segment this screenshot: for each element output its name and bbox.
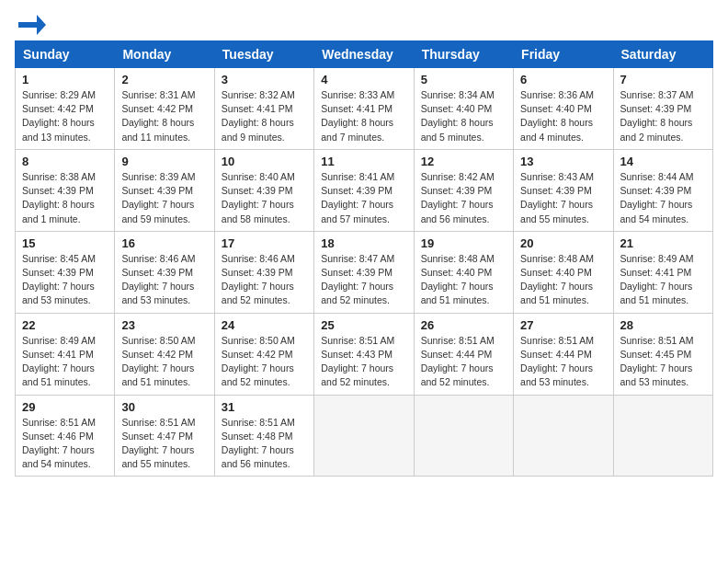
day-number: 29 [22,400,108,414]
sunset-label: Sunset: 4:41 PM [620,267,692,278]
sunrise-label: Sunrise: 8:48 AM [520,253,594,264]
sunrise-label: Sunrise: 8:49 AM [620,253,694,264]
day-number: 24 [222,318,307,332]
day-number: 7 [620,73,706,86]
calendar-cell [613,395,712,477]
day-detail: Sunrise: 8:51 AM Sunset: 4:46 PM Dayligh… [22,416,108,472]
daylight-label: Daylight: 7 hours and 52 minutes. [321,281,393,305]
sunset-label: Sunset: 4:42 PM [22,103,94,114]
day-detail: Sunrise: 8:39 AM Sunset: 4:39 PM Dayligh… [121,170,207,226]
calendar-cell: 9 Sunrise: 8:39 AM Sunset: 4:39 PM Dayli… [115,149,214,231]
daylight-label: Daylight: 8 hours and 5 minutes. [421,117,494,142]
day-detail: Sunrise: 8:49 AM Sunset: 4:41 PM Dayligh… [620,252,706,308]
sunrise-label: Sunrise: 8:47 AM [321,253,394,264]
day-detail: Sunrise: 8:48 AM Sunset: 4:40 PM Dayligh… [421,252,506,308]
day-detail: Sunrise: 8:37 AM Sunset: 4:39 PM Dayligh… [620,88,706,144]
daylight-label: Daylight: 7 hours and 53 minutes. [620,362,693,387]
weekday-header-monday: Monday [115,41,214,68]
weekday-header-sunday: Sunday [16,41,115,68]
day-detail: Sunrise: 8:46 AM Sunset: 4:39 PM Dayligh… [222,252,307,308]
sunrise-label: Sunrise: 8:40 AM [222,171,295,182]
sunrise-label: Sunrise: 8:51 AM [520,335,594,346]
calendar-cell: 8 Sunrise: 8:38 AM Sunset: 4:39 PM Dayli… [16,149,115,231]
day-detail: Sunrise: 8:51 AM Sunset: 4:43 PM Dayligh… [321,334,406,390]
sunrise-label: Sunrise: 8:50 AM [121,335,195,346]
day-number: 3 [222,73,307,86]
calendar-cell: 20 Sunrise: 8:48 AM Sunset: 4:40 PM Dayl… [514,231,613,313]
sunrise-label: Sunrise: 8:51 AM [421,335,495,346]
day-detail: Sunrise: 8:36 AM Sunset: 4:40 PM Dayligh… [520,88,606,144]
day-detail: Sunrise: 8:43 AM Sunset: 4:39 PM Dayligh… [520,170,606,226]
sunset-label: Sunset: 4:39 PM [620,103,692,114]
day-number: 5 [421,73,506,86]
daylight-label: Daylight: 7 hours and 55 minutes. [520,199,593,224]
daylight-label: Daylight: 7 hours and 53 minutes. [121,281,194,305]
sunset-label: Sunset: 4:39 PM [121,185,193,196]
sunrise-label: Sunrise: 8:51 AM [22,417,96,428]
sunset-label: Sunset: 4:39 PM [520,185,592,196]
calendar-cell: 29 Sunrise: 8:51 AM Sunset: 4:46 PM Dayl… [16,395,115,477]
sunset-label: Sunset: 4:41 PM [222,103,293,114]
daylight-label: Daylight: 7 hours and 55 minutes. [121,444,194,469]
sunrise-label: Sunrise: 8:37 AM [620,89,694,100]
calendar-cell: 30 Sunrise: 8:51 AM Sunset: 4:47 PM Dayl… [115,395,214,477]
daylight-label: Daylight: 7 hours and 56 minutes. [421,199,494,224]
weekday-header-saturday: Saturday [613,41,712,68]
day-number: 19 [421,236,506,250]
sunrise-label: Sunrise: 8:45 AM [22,253,96,264]
sunset-label: Sunset: 4:40 PM [520,267,592,278]
daylight-label: Daylight: 7 hours and 51 minutes. [421,281,494,305]
sunset-label: Sunset: 4:41 PM [321,103,392,114]
day-number: 25 [321,318,406,332]
calendar-cell: 16 Sunrise: 8:46 AM Sunset: 4:39 PM Dayl… [115,231,214,313]
daylight-label: Daylight: 7 hours and 54 minutes. [22,444,95,469]
daylight-label: Daylight: 8 hours and 7 minutes. [321,117,393,142]
sunrise-label: Sunrise: 8:29 AM [22,89,96,100]
calendar-week-2: 8 Sunrise: 8:38 AM Sunset: 4:39 PM Dayli… [16,149,713,231]
svg-marker-0 [18,15,46,35]
day-detail: Sunrise: 8:47 AM Sunset: 4:39 PM Dayligh… [321,252,406,308]
day-number: 27 [520,318,606,332]
sunset-label: Sunset: 4:40 PM [421,103,493,114]
calendar-cell: 22 Sunrise: 8:49 AM Sunset: 4:41 PM Dayl… [16,313,115,395]
day-number: 21 [620,236,706,250]
sunset-label: Sunset: 4:44 PM [520,349,592,360]
sunset-label: Sunset: 4:39 PM [22,267,94,278]
sunrise-label: Sunrise: 8:31 AM [121,89,195,100]
sunrise-label: Sunrise: 8:48 AM [421,253,495,264]
sunrise-label: Sunrise: 8:39 AM [121,171,195,182]
daylight-label: Daylight: 7 hours and 51 minutes. [620,281,693,305]
daylight-label: Daylight: 7 hours and 51 minutes. [121,362,194,387]
calendar-cell: 26 Sunrise: 8:51 AM Sunset: 4:44 PM Dayl… [414,313,513,395]
calendar-cell: 31 Sunrise: 8:51 AM Sunset: 4:48 PM Dayl… [214,395,313,477]
calendar-cell: 12 Sunrise: 8:42 AM Sunset: 4:39 PM Dayl… [414,149,513,231]
calendar-header: SundayMondayTuesdayWednesdayThursdayFrid… [16,41,713,68]
calendar-cell: 2 Sunrise: 8:31 AM Sunset: 4:42 PM Dayli… [115,68,214,150]
daylight-label: Daylight: 7 hours and 54 minutes. [620,199,693,224]
daylight-label: Daylight: 8 hours and 4 minutes. [520,117,593,142]
sunrise-label: Sunrise: 8:42 AM [421,171,495,182]
calendar-week-5: 29 Sunrise: 8:51 AM Sunset: 4:46 PM Dayl… [16,395,713,477]
day-detail: Sunrise: 8:51 AM Sunset: 4:47 PM Dayligh… [121,416,207,472]
weekday-header-thursday: Thursday [414,41,513,68]
daylight-label: Daylight: 7 hours and 58 minutes. [222,199,294,224]
daylight-label: Daylight: 7 hours and 51 minutes. [520,281,593,305]
calendar-cell: 23 Sunrise: 8:50 AM Sunset: 4:42 PM Dayl… [115,313,214,395]
day-detail: Sunrise: 8:32 AM Sunset: 4:41 PM Dayligh… [222,88,307,144]
calendar-week-3: 15 Sunrise: 8:45 AM Sunset: 4:39 PM Dayl… [16,231,713,313]
calendar-table: SundayMondayTuesdayWednesdayThursdayFrid… [15,40,713,477]
sunset-label: Sunset: 4:44 PM [421,349,493,360]
sunset-label: Sunset: 4:39 PM [321,185,392,196]
calendar-cell: 5 Sunrise: 8:34 AM Sunset: 4:40 PM Dayli… [414,68,513,150]
day-number: 30 [121,400,207,414]
day-number: 16 [121,236,207,250]
calendar-cell: 21 Sunrise: 8:49 AM Sunset: 4:41 PM Dayl… [613,231,712,313]
sunrise-label: Sunrise: 8:51 AM [321,335,394,346]
sunset-label: Sunset: 4:39 PM [22,185,94,196]
day-detail: Sunrise: 8:50 AM Sunset: 4:42 PM Dayligh… [121,334,207,390]
logo [15,15,46,29]
sunset-label: Sunset: 4:42 PM [121,103,193,114]
day-number: 6 [520,73,606,86]
daylight-label: Daylight: 7 hours and 51 minutes. [22,362,95,387]
day-detail: Sunrise: 8:51 AM Sunset: 4:44 PM Dayligh… [520,334,606,390]
